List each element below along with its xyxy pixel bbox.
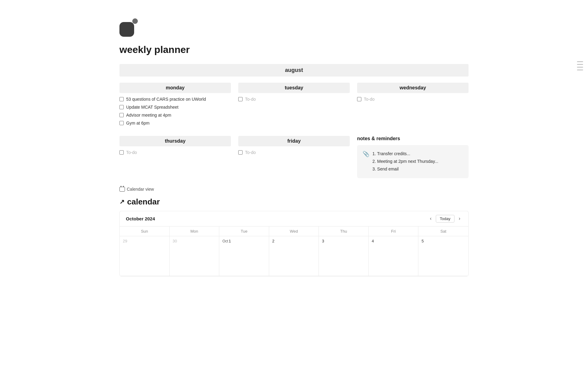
cal-label-mon: Mon [170,227,220,236]
day-friday-header: friday [238,136,350,146]
task-text: Gym at 6pm [126,121,149,125]
cal-cell-wed[interactable]: 2 [269,236,319,276]
notes-inner: 📎 1. Transfer credits... 2. Meeting at 2… [363,150,463,173]
cal-label-thu: Thu [319,227,369,236]
note-item-1: 1. Transfer credits... [372,150,438,158]
scroll-bar-2 [577,64,583,65]
cal-label-sat: Sat [418,227,468,236]
cal-cell-sat[interactable]: 5 [418,236,468,276]
page-container: weekly planner august monday 53 question… [95,0,493,289]
task-checkbox[interactable] [238,150,243,155]
cal-cell-thu[interactable]: 3 [319,236,369,276]
task-item[interactable]: 53 questions of CARS practice on UWorld [119,97,231,102]
notes-reminders-panel: notes & reminders 📎 1. Transfer credits.… [357,136,469,178]
task-placeholder: To-do [245,150,256,155]
day-tuesday-header: tuesday [238,83,350,93]
task-checkbox[interactable] [119,121,124,125]
task-text: 53 questions of CARS practice on UWorld [126,97,206,102]
day-thursday: thursday To-do [119,136,231,178]
week-row-2: thursday To-do friday To-do notes & remi… [119,136,469,178]
task-placeholder: To-do [245,97,256,102]
day-wednesday: wednesday To-do [357,83,469,129]
calendar-section-title: ↗ calendar [119,197,469,207]
calendar-nav-controls: ‹ Today › [428,215,462,223]
notes-list: 1. Transfer credits... 2. Meeting at 2pm… [372,150,438,173]
cal-label-fri: Fri [369,227,419,236]
task-item[interactable]: To-do [357,97,469,102]
calendar-month-label: October 2024 [126,216,155,221]
cal-date-29: 29 [123,239,127,243]
cal-label-sun: Sun [120,227,170,236]
task-item[interactable]: To-do [238,150,350,155]
task-checkbox[interactable] [119,113,124,117]
arrow-icon: ↗ [119,198,125,205]
week-row-1: monday 53 questions of CARS practice on … [119,83,469,129]
scroll-bar-1 [577,61,583,62]
task-checkbox[interactable] [119,97,124,101]
day-friday: friday To-do [238,136,350,178]
cal-cell-mon[interactable]: 30 [170,236,220,276]
logo-shape [119,18,138,37]
day-monday-header: monday [119,83,231,93]
calendar-view-link[interactable]: Calendar view [119,187,469,192]
task-item[interactable]: To-do [238,97,350,102]
logo-body [119,22,134,37]
note-item-2: 2. Meeting at 2pm next Thursday... [372,158,438,165]
page-title: weekly planner [119,44,469,55]
task-placeholder: To-do [126,150,137,155]
cal-label-tue: Tue [219,227,269,236]
note-item-3: 3. Send email [372,165,438,173]
month-header: august [119,64,469,77]
cal-date-30: 30 [173,239,177,243]
cal-cell-fri[interactable]: 4 [369,236,419,276]
calendar-week-1: 29 30 Oct 1 2 3 [120,236,468,276]
calendar-title-text: calendar [127,197,160,207]
cal-cell-tue[interactable]: Oct 1 [219,236,269,276]
notes-header: notes & reminders [357,136,469,141]
task-checkbox[interactable] [119,105,124,109]
notes-content-box: 📎 1. Transfer credits... 2. Meeting at 2… [357,145,469,178]
cal-date-5: 5 [421,239,424,243]
task-checkbox[interactable] [357,97,361,101]
task-item[interactable]: Gym at 6pm [119,121,231,125]
scroll-indicators [577,61,583,70]
logo-dot [132,18,138,24]
task-item[interactable]: Advisor meeting at 4pm [119,113,231,118]
calendar-today-button[interactable]: Today [436,215,454,223]
task-text: Update MCAT Spreadsheet [126,105,179,110]
logo-container [119,18,469,37]
cal-cell-sun[interactable]: 29 [120,236,170,276]
cal-date-4: 4 [372,239,374,243]
oct-badge: Oct [222,239,228,243]
calendar-view-label: Calendar view [127,187,154,192]
day-tuesday: tuesday To-do [238,83,350,129]
task-item[interactable]: To-do [119,150,231,155]
cal-label-wed: Wed [269,227,319,236]
task-placeholder: To-do [364,97,375,102]
day-thursday-header: thursday [119,136,231,146]
task-item[interactable]: Update MCAT Spreadsheet [119,105,231,110]
calendar-nav: October 2024 ‹ Today › [120,211,468,227]
scroll-bar-3 [577,67,583,68]
cal-date-2: 2 [272,239,274,243]
cal-date-3: 3 [322,239,324,243]
calendar-weeks: 29 30 Oct 1 2 3 [120,236,468,276]
cal-date-1: 1 [229,239,231,243]
task-checkbox[interactable] [238,97,243,101]
calendar-view-icon [119,187,125,192]
calendar-days-header: Sun Mon Tue Wed Thu Fri Sat [120,227,468,236]
day-monday: monday 53 questions of CARS practice on … [119,83,231,129]
calendar-next-button[interactable]: › [457,215,462,222]
paperclip-icon: 📎 [363,151,369,173]
scroll-bar-4 [577,69,583,70]
calendar-widget: October 2024 ‹ Today › Sun Mon Tue Wed T… [119,211,469,276]
day-wednesday-header: wednesday [357,83,469,93]
task-checkbox[interactable] [119,150,124,155]
task-text: Advisor meeting at 4pm [126,113,171,118]
calendar-prev-button[interactable]: ‹ [428,215,433,222]
